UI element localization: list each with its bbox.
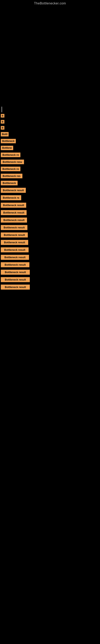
list-item: Bottleneck — [0, 180, 100, 186]
list-item: Bottleneck result — [0, 246, 100, 254]
list-item: Bottleneck result — [0, 283, 100, 291]
bottleneck-result-label: Bottleneck result — [1, 240, 28, 245]
bottleneck-result-label: Bottleneck result — [1, 203, 26, 208]
bottleneck-result-label: Bottleneck result — [1, 270, 30, 275]
list-item: Bottleneck result — [0, 216, 100, 224]
bottleneck-result-label: Bottleneck result — [1, 210, 27, 215]
bottleneck-result-label: Bottleneck re — [1, 195, 21, 200]
bottleneck-result-label: Bottleneck — [1, 139, 16, 143]
bottleneck-result-label: Bottleneck re — [1, 167, 20, 171]
site-title: TheBottlenecker.com — [0, 0, 100, 6]
bottleneck-result-label: B — [1, 120, 4, 124]
list-item: Bottleneck resu — [0, 158, 100, 166]
bottleneck-result-label: Bottleneck result — [1, 218, 27, 222]
list-item: B — [0, 113, 100, 119]
list-item: Bottleneck re — [0, 151, 100, 158]
list-item: Bottleneck — [0, 138, 100, 144]
bottleneck-result-label: Bottleneck result — [1, 284, 30, 290]
list-item: Bottleneck result — [0, 231, 100, 239]
bottleneck-result-label: Bottlene — [1, 146, 13, 150]
bottleneck-result-label: Bottleneck result — [1, 255, 29, 260]
list-item: B — [0, 119, 100, 125]
bottleneck-result-label: Bottleneck re — [1, 152, 20, 157]
bottleneck-result-label: Bottleneck result — [1, 188, 26, 193]
bottleneck-result-label: Bottleneck resu — [1, 160, 24, 164]
bottleneck-result-label: Bottleneck result — [1, 262, 29, 267]
list-item: Bottleneck result — [0, 254, 100, 261]
bottleneck-result-label: Bottleneck result — [1, 225, 27, 230]
bottleneck-result-label: Bottl — [1, 132, 9, 136]
list-item: B — [0, 125, 100, 131]
bottleneck-result-label: B — [1, 114, 4, 118]
bottleneck-result-label: Bottleneck res — [1, 174, 22, 178]
list-item: Bottleneck result — [0, 202, 100, 209]
list-item: Bottleneck result — [0, 261, 100, 268]
bottleneck-result-label: B — [1, 126, 4, 130]
cursor-line — [1, 107, 2, 112]
list-item: Bottlene — [0, 144, 100, 151]
list-item: Bottleneck result — [0, 224, 100, 231]
bottleneck-result-label: Bottleneck — [1, 181, 18, 185]
top-section — [0, 6, 100, 107]
list-item: Bottleneck re — [0, 166, 100, 172]
list-item: Bottleneck result — [0, 239, 100, 246]
list-item: Bottleneck result — [0, 268, 100, 276]
bottleneck-result-label: Bottleneck result — [1, 277, 30, 282]
bottleneck-list: BBBBottlBottleneckBottleneBottleneck reB… — [0, 113, 100, 291]
list-item: Bottleneck res — [0, 172, 100, 180]
list-item: Bottleneck result — [0, 276, 100, 283]
bottleneck-result-label: Bottleneck result — [1, 232, 28, 238]
list-item: Bottleneck result — [0, 186, 100, 194]
bottleneck-result-label: Bottleneck result — [1, 247, 29, 252]
list-item: Bottleneck result — [0, 209, 100, 216]
list-item: Bottl — [0, 131, 100, 138]
list-item: Bottleneck re — [0, 194, 100, 202]
